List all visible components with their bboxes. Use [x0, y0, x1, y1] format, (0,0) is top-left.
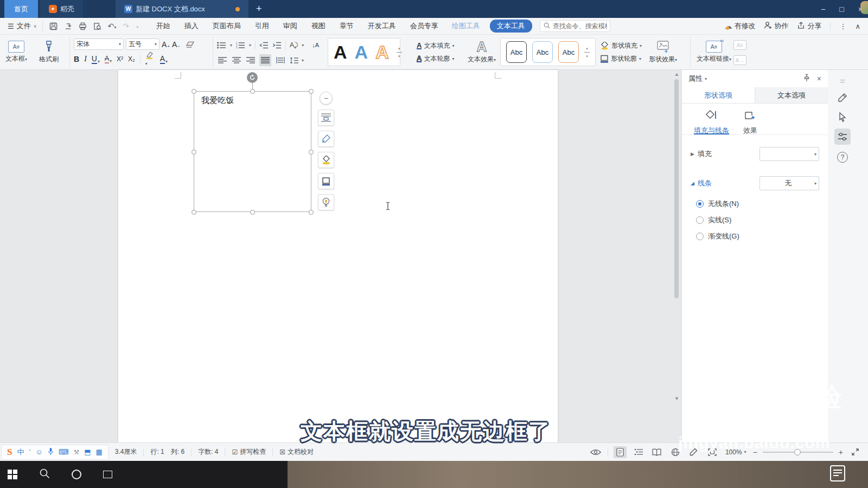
insert-textbox-button[interactable]: A≡ 文本框▾	[5, 37, 27, 67]
panel-title[interactable]: 属性▾	[688, 74, 707, 84]
highlight-color-button[interactable]: ▾	[145, 52, 155, 67]
italic-button[interactable]: I	[84, 55, 87, 63]
radio-solid-line[interactable]: 实线(S)	[696, 215, 828, 225]
notes-app-icon[interactable]	[830, 465, 845, 481]
fit-page-icon[interactable]	[706, 446, 719, 458]
wrap-text-button[interactable]	[318, 110, 334, 126]
wordart-style-blue[interactable]: A	[355, 42, 368, 63]
ink-pen-icon[interactable]	[687, 446, 700, 458]
modified-status[interactable]: ☁ 有修改	[724, 21, 755, 31]
menu-section[interactable]: 章节	[333, 21, 361, 31]
close-panel-icon[interactable]: ×	[817, 74, 821, 83]
fill-select[interactable]: ▾	[760, 147, 819, 161]
shape-fill-button[interactable]: 形状填充▾	[600, 41, 642, 50]
gallery-more-icon[interactable]: ▴▾	[397, 46, 402, 59]
menu-review[interactable]: 审阅	[276, 21, 304, 31]
export-pdf-button[interactable]	[64, 22, 72, 30]
collaborate-button[interactable]: 协作	[764, 21, 788, 31]
print-button[interactable]	[79, 22, 87, 30]
menu-page-layout[interactable]: 页面布局	[206, 21, 248, 31]
bold-button[interactable]: B	[74, 55, 79, 63]
format-painter-button[interactable]: 格式刷	[39, 37, 59, 67]
tab-home[interactable]: 首页	[4, 0, 38, 18]
textbox-link-button[interactable]: A≡∞ 文本框链接▾	[697, 37, 731, 67]
new-tab-button[interactable]: +	[248, 0, 270, 18]
text-effects-button[interactable]: A 文本效果▾	[468, 37, 496, 67]
subtab-fill-line[interactable]: 填充与线条	[694, 110, 729, 134]
menu-membership[interactable]: 会员专享	[403, 21, 445, 31]
gallery-more-icon[interactable]: ▴▾	[584, 46, 590, 59]
text-outline-button[interactable]: A 文本轮廓▾	[417, 54, 454, 63]
minimize-button[interactable]: −	[821, 5, 825, 14]
menu-developer[interactable]: 开发工具	[361, 21, 403, 31]
edit-pen-icon[interactable]	[834, 89, 851, 106]
page-view-icon[interactable]	[614, 446, 627, 458]
zoom-level[interactable]: 100%▾	[724, 448, 748, 456]
ime-mic-icon[interactable]	[48, 447, 54, 457]
resize-handle-w[interactable]	[192, 150, 196, 155]
fill-section-toggle[interactable]: ▶填充	[691, 149, 712, 159]
collapse-ribbon-icon[interactable]: ∧	[855, 22, 860, 30]
tab-document[interactable]: W 新建 DOCX 文档.docx	[116, 0, 248, 18]
align-left-button[interactable]	[217, 54, 228, 66]
resize-handle-se[interactable]	[309, 210, 314, 215]
bullet-list-button[interactable]	[217, 42, 226, 49]
shape-outline-quick-button[interactable]	[318, 173, 334, 189]
more-quick-icons[interactable]: ⌄	[136, 24, 139, 29]
distribute-button[interactable]	[275, 54, 286, 66]
web-view-icon[interactable]	[669, 446, 682, 458]
resize-handle-nw[interactable]	[192, 89, 196, 94]
zoom-slider-thumb[interactable]	[794, 449, 801, 455]
menu-insert[interactable]: 插入	[177, 21, 206, 31]
print-preview-button[interactable]	[93, 22, 101, 30]
subscript-button[interactable]: X₂	[128, 55, 135, 63]
redo-button[interactable]: ↷	[123, 22, 129, 30]
menu-start[interactable]: 开始	[149, 21, 177, 31]
shape-effects-button[interactable]: 形状效果▾	[649, 37, 677, 67]
textbox-text[interactable]: 我爱吃饭	[201, 96, 234, 105]
collapse-toolbar-button[interactable]: −	[320, 92, 333, 105]
clear-format-button[interactable]	[186, 41, 195, 48]
font-size-select[interactable]: 五号▾	[126, 38, 159, 50]
vertical-scrollbar[interactable]: ▲ ▼	[673, 72, 680, 413]
line-section-toggle[interactable]: ◢线条	[691, 178, 712, 188]
ime-grid-icon[interactable]: ▦	[95, 448, 102, 456]
scrollbar-thumb[interactable]	[674, 79, 679, 298]
menu-view[interactable]: 视图	[304, 21, 333, 31]
save-button[interactable]	[49, 22, 58, 30]
shape-style-orange[interactable]: Abc	[558, 41, 579, 63]
rotate-handle[interactable]	[247, 72, 258, 83]
font-name-select[interactable]: 宋体▾	[74, 38, 124, 50]
search-input[interactable]	[553, 22, 607, 30]
command-search[interactable]	[540, 20, 610, 32]
scroll-down-icon[interactable]: ▼	[673, 396, 680, 401]
taskbar-search-icon[interactable]	[39, 468, 50, 481]
tab-docer[interactable]: ✦ 稻壳	[40, 0, 83, 18]
maximize-button[interactable]: □	[839, 5, 844, 14]
strikethrough-button[interactable]: A▾	[105, 55, 112, 63]
outline-view-icon[interactable]	[632, 446, 645, 458]
font-color-button[interactable]: A▾	[160, 54, 168, 64]
decrease-font-button[interactable]: A−	[172, 40, 180, 49]
spellcheck-toggle[interactable]: ☑拼写检查	[225, 447, 272, 457]
ime-toolbar[interactable]: S 中 ’ ☺ ⌨ ⚒ ⬒ ▦	[1, 445, 108, 460]
resize-handle-sw[interactable]	[192, 210, 196, 215]
wordart-style-black[interactable]: A	[334, 42, 347, 63]
resize-handle-n[interactable]	[250, 89, 255, 94]
align-right-button[interactable]	[245, 54, 256, 66]
document-page[interactable]: 我爱吃饭 −	[118, 70, 558, 442]
align-center-button[interactable]	[231, 54, 242, 66]
numbered-list-button[interactable]: 123	[236, 42, 245, 49]
recommend-bulb-button[interactable]	[318, 194, 334, 210]
start-button[interactable]	[8, 470, 17, 479]
undo-button[interactable]: ↶▾	[108, 22, 117, 30]
fullscreen-icon[interactable]	[848, 446, 861, 458]
read-mode-icon[interactable]	[650, 446, 663, 458]
radio-no-line[interactable]: 无线条(N)	[696, 199, 828, 209]
cortana-icon[interactable]	[72, 470, 81, 479]
wordart-style-orange[interactable]: A	[375, 42, 389, 63]
justify-button[interactable]	[259, 54, 271, 66]
task-view-icon[interactable]	[103, 471, 112, 478]
ime-punct-icon[interactable]: ’	[29, 448, 30, 456]
style-brush-button[interactable]	[318, 131, 334, 147]
